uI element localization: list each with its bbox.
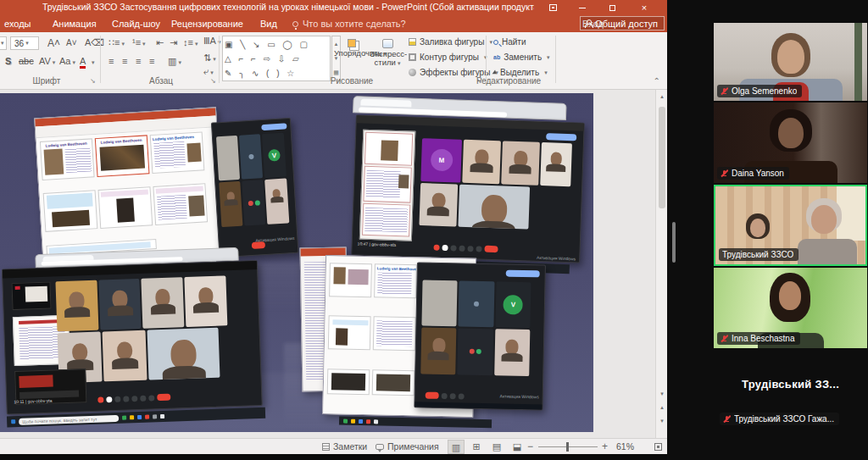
paragraph-dialog-launcher[interactable]: ↘ — [210, 77, 216, 85]
smartart-button[interactable]: ⤶▾ — [203, 66, 214, 77]
columns-button[interactable]: ▥▾ — [168, 56, 181, 67]
arrange-icon — [348, 39, 356, 47]
embedded-taskbar — [339, 416, 492, 428]
ribbon-tab-row: еходы Анимация Слайд-шоу Рецензирование … — [0, 15, 667, 32]
participant-face — [116, 341, 132, 360]
align-right-button[interactable]: ≡ — [136, 56, 141, 66]
scroll-down-button[interactable]: ▾ — [657, 388, 667, 399]
justify-button[interactable]: ≡ — [149, 56, 154, 66]
minimize-button[interactable] — [570, 0, 595, 15]
align-left-button[interactable]: ≡ — [108, 56, 114, 66]
embedded-meet-window: V Активация Windows — [414, 262, 546, 410]
zoom-out-button[interactable]: − — [527, 439, 533, 455]
notes-label: Заметки — [333, 439, 367, 455]
change-case-button[interactable]: Aa▾ — [59, 56, 75, 66]
muted-mic-icon — [721, 169, 728, 178]
scroll-up-button[interactable]: ▴ — [657, 91, 667, 102]
next-slide-button[interactable]: ▾ — [657, 415, 667, 426]
participant-video-olga[interactable]: Olga Semenenko — [714, 23, 867, 101]
meet-tile-grid: M — [419, 138, 576, 236]
clear-format-button[interactable]: A⌫ — [85, 37, 104, 48]
meet-join-pill — [506, 270, 540, 278]
reading-view-button[interactable]: ▤ — [488, 440, 505, 454]
scrollbar-thumb[interactable] — [659, 107, 665, 208]
editor-vertical-scrollbar[interactable]: ▴ ▾ ▴ ▾ — [655, 90, 667, 438]
participant-face — [514, 151, 527, 167]
participant-video-trudivskyi[interactable]: Трудівський ЗЗСО — [714, 185, 867, 266]
meet-control-bar — [433, 244, 498, 253]
participant-face — [155, 289, 170, 307]
slide-sorter-view-button[interactable]: ⊞ — [468, 440, 485, 454]
participant-video-inna[interactable]: Inna Beschastna — [714, 268, 867, 348]
zoom-slider-thumb[interactable] — [566, 442, 569, 452]
embedded-meet-window: 10:11 | gov-obbv-yta — [2, 260, 263, 414]
participant-face — [272, 189, 281, 198]
bullets-button[interactable]: ∷≡▾ — [108, 37, 125, 48]
sidebar-scrollbar-thumb[interactable] — [672, 222, 676, 263]
numbering-button[interactable]: ¹≡▾ — [132, 37, 146, 47]
restore-button[interactable] — [599, 0, 625, 15]
arrange-button[interactable]: Упорядочить▾ — [334, 39, 370, 58]
collapse-ribbon-button[interactable]: ⌃ — [654, 76, 660, 86]
decrease-indent-button[interactable]: ⇤ — [156, 37, 164, 48]
zoom-in-button[interactable]: + — [602, 439, 608, 455]
embedded-meet-window: M 10:47 | gov-obbv-sfa Активация Windows — [351, 114, 585, 263]
meet-join-pill — [546, 133, 576, 141]
meet-video-tile — [216, 136, 240, 181]
strikethrough-button[interactable]: abc — [19, 56, 34, 66]
shape-outline-label: Контур фигуры — [420, 53, 479, 62]
tab-view[interactable]: Вид — [259, 15, 279, 32]
leave-call-button — [484, 246, 498, 253]
shape-fill-button[interactable]: Заливка фигуры▾ — [409, 37, 492, 47]
presentation-panel — [359, 130, 415, 241]
participant-video-daina[interactable]: Daina Yanson — [714, 103, 867, 183]
decrease-font-button[interactable]: A˅ — [66, 38, 77, 47]
control-button — [148, 395, 154, 401]
line-spacing-button[interactable]: ↕≡▾ — [183, 37, 198, 47]
replace-button[interactable]: abЗаменить▾ — [493, 53, 550, 62]
text-shadow-button[interactable]: S — [5, 56, 11, 66]
meet-video-tile — [265, 179, 289, 224]
font-dialog-launcher[interactable]: ↘ — [90, 77, 96, 85]
previous-slide-button[interactable]: ▴ — [657, 402, 667, 413]
tab-transitions[interactable]: еходы — [3, 15, 32, 32]
slide-canvas[interactable]: Ludwig van Beethoven Ludwig van Beethove… — [0, 93, 593, 432]
comments-button[interactable]: Примечания — [376, 439, 439, 455]
meet-video-tile — [103, 330, 147, 382]
ribbon: ▾ 36▾ A˄ A˅ A⌫ S abc AV▾ Aa▾ A▾ Шрифт ↘ … — [0, 32, 667, 90]
participant-face — [506, 340, 519, 355]
notes-button[interactable]: Заметки — [322, 439, 367, 455]
embedded-meet-window: V Активация Windows — [211, 118, 299, 258]
increase-indent-button[interactable]: ⇥ — [170, 37, 177, 48]
meet-video-tile — [98, 279, 142, 330]
fit-slide-button[interactable] — [654, 443, 662, 451]
tab-review[interactable]: Рецензирование — [170, 15, 245, 32]
meet-video-tile — [239, 134, 263, 180]
quick-styles-button[interactable]: Экспресс-стили▾ — [370, 39, 405, 68]
slideshow-button[interactable]: ⬓ — [509, 440, 526, 454]
find-button[interactable]: Найти — [493, 37, 526, 47]
font-color-button[interactable]: A — [80, 56, 86, 69]
tell-me-box[interactable]: Что вы хотите сделать? — [292, 15, 406, 32]
char-spacing-button[interactable]: AV▾ — [39, 56, 55, 66]
zoom-level[interactable]: 61% — [616, 439, 634, 455]
meet-video-tile — [540, 142, 572, 186]
increase-font-button[interactable]: A˄ — [47, 37, 60, 49]
font-name-box[interactable]: ▾ — [0, 36, 7, 50]
tab-animations[interactable]: Анимация — [51, 15, 98, 32]
shape-outline-button[interactable]: Контур фигуры▾ — [409, 53, 487, 62]
font-size-box[interactable]: 36▾ — [10, 36, 39, 50]
control-button — [459, 245, 465, 251]
share-button[interactable]: Общий доступ — [580, 16, 665, 30]
align-text-button[interactable]: ⇅▾ — [203, 53, 216, 64]
shapes-gallery[interactable]: ▣ ╲ ↘ ▭ ◯ ▢ △ ⌐ ⌐ ⇨ ⇩ ▱ ✎ ╮ ∿ ( ) ☆ — [222, 36, 331, 81]
lightbulb-icon — [292, 21, 298, 27]
normal-view-button[interactable]: ▥ — [448, 440, 465, 454]
ribbon-display-options-button[interactable] — [540, 0, 565, 15]
meet-tile-grid: V — [420, 280, 539, 382]
participant-name: Трудівський ЗЗСО — [722, 250, 793, 259]
close-button[interactable]: × — [632, 0, 657, 15]
tab-slideshow[interactable]: Слайд-шоу — [110, 15, 162, 32]
align-center-button[interactable]: ≡ — [122, 56, 127, 66]
participant-name: Inna Beschastna — [732, 334, 795, 343]
